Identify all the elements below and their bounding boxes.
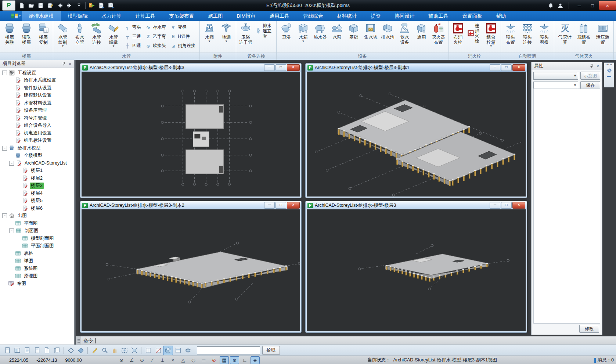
ribbon-button[interactable]: 喷头 连接 [519, 22, 536, 53]
child-window-titlebar[interactable]: P ArchiCAD-StoreyList-给排水-模型-楼层3-副本1 ─ □… [306, 64, 527, 72]
tree-item[interactable]: 给排水系统设置 [0, 77, 74, 84]
ribbon-small-button[interactable]: ┬ 三通 [125, 32, 141, 41]
tree-item[interactable]: 机电标注设置 [0, 137, 74, 145]
sheet-fold-button[interactable] [42, 346, 52, 355]
ribbon-button[interactable]: 地漏 ▼ [218, 22, 235, 53]
layout-sheet-button[interactable] [2, 346, 12, 355]
tree-expander[interactable]: − [2, 146, 7, 151]
gear-icon[interactable] [606, 68, 612, 75]
tree-item[interactable]: 详图 [0, 257, 74, 265]
ribbon-tab[interactable]: 给排水建模 [22, 11, 61, 21]
toolbar-more-icon[interactable] [74, 1, 84, 10]
point-snap-button[interactable]: ⊕ [230, 356, 239, 364]
drag-handle[interactable]: ••••• [605, 63, 612, 66]
diamond-filled-button[interactable] [76, 346, 86, 355]
save-icon[interactable] [36, 1, 46, 10]
midpoint-snap-button[interactable]: ◇ [189, 356, 198, 364]
window-restore-button[interactable]: □ [501, 64, 512, 71]
ribbon-button[interactable]: 泄压装置 [593, 22, 612, 53]
tree-item[interactable]: − ArchiCAD-StoreyList [0, 159, 74, 167]
zoom-extents-button[interactable] [129, 346, 139, 355]
zoom-window-button[interactable] [119, 346, 129, 355]
ribbon-tab[interactable]: 水力计算 [95, 11, 129, 21]
orbit-view-button[interactable] [183, 346, 193, 355]
pencil-draw-button[interactable] [90, 346, 100, 355]
tree-item[interactable]: 楼层4 [0, 190, 74, 197]
tree-item[interactable]: 组合设备导入 [0, 122, 74, 130]
ribbon-button[interactable]: 基础 [345, 22, 362, 53]
messages-indicator[interactable]: 消息：0 [594, 356, 614, 364]
forward-icon[interactable] [65, 1, 74, 10]
angle-snap-button[interactable]: ∠ [127, 356, 136, 364]
model-viewport[interactable] [307, 209, 526, 331]
pan-hand-button[interactable] [109, 346, 119, 355]
disable-snap-button[interactable]: ⊘ [209, 356, 219, 364]
schematic-button[interactable]: 示意图 [580, 72, 600, 80]
child-window-titlebar[interactable]: P ArchiCAD-StoreyList-给排水-模型-楼层3-副本2 ─ □… [80, 201, 301, 209]
ribbon-button[interactable]: 排水沟 [379, 22, 396, 53]
elevation-view-button[interactable] [173, 346, 183, 355]
ribbon-tab[interactable]: 支吊架布置 [162, 11, 201, 21]
gizmo-toggle-button[interactable]: ◈ [251, 356, 260, 364]
ribbon-button[interactable]: 通用 [413, 22, 430, 53]
ribbon-button[interactable]: 灭火器布置 [430, 22, 447, 53]
tree-item[interactable]: 楼层6 [0, 205, 74, 212]
save-as-icon[interactable] [46, 1, 55, 10]
drag-handle[interactable] [76, 336, 81, 345]
window-minimize-button[interactable]: ─ [490, 202, 500, 209]
tree-expander[interactable]: − [2, 213, 7, 218]
pin-icon[interactable] [61, 61, 66, 66]
property-category-select[interactable]: ▼ [533, 72, 578, 80]
slope-snap-button[interactable]: ∕ [148, 356, 157, 364]
ortho-toggle-button[interactable]: ∟ [240, 356, 249, 364]
report-export-icon[interactable] [97, 1, 106, 10]
tree-item[interactable]: 平面图 [0, 220, 74, 227]
tree-item[interactable]: 楼层2 [0, 174, 74, 182]
ribbon-tab[interactable]: BIM报审 [230, 11, 263, 21]
tree-item[interactable]: 系统图 [0, 265, 74, 273]
tree-item[interactable]: 机电通用设置 [0, 129, 74, 137]
ribbon-button[interactable]: 水箱 ▼ [295, 22, 311, 53]
minimize-button[interactable]: ─ [573, 1, 586, 10]
ribbon-tab[interactable]: 设置面板 [455, 11, 489, 21]
tree-item[interactable]: 符号库管理 [0, 114, 74, 122]
ribbon-tab[interactable]: 帮助 [489, 11, 513, 21]
ribbon-button[interactable]: 喷头 布置 [502, 22, 519, 53]
modify-button[interactable]: 修改 [579, 325, 599, 333]
window-close-button[interactable]: × [512, 202, 525, 209]
sheet-copy-button[interactable] [52, 346, 62, 355]
model-convert-icon[interactable] [87, 1, 97, 10]
pick-button[interactable]: 拾取 [262, 346, 280, 355]
ribbon-button[interactable]: 水管 连接 [88, 22, 105, 53]
save-button[interactable]: 保存 [580, 81, 600, 89]
ribbon-tab[interactable]: 通用工具 [263, 11, 296, 21]
ribbon-button[interactable]: 卫浴 [278, 22, 295, 53]
ribbon-button[interactable]: 水管 编辑 ▼ [105, 22, 122, 53]
tree-item[interactable]: 楼层1 [0, 167, 74, 175]
sheet-lines-2-button[interactable] [32, 346, 42, 355]
tree-item[interactable]: 水管材料设置 [0, 99, 74, 107]
tree-item[interactable]: 平面剖面图 [0, 242, 74, 250]
plan-view-button[interactable] [143, 346, 153, 355]
window-restore-button[interactable]: □ [275, 202, 286, 209]
ribbon-button[interactable]: 集水坑 [362, 22, 379, 53]
close-icon[interactable]: × [67, 61, 73, 66]
window-minimize-button[interactable]: ─ [264, 202, 275, 209]
tree-item[interactable]: − 给排水模型 [0, 144, 74, 152]
ribbon-tab[interactable]: 计算工具 [129, 11, 162, 21]
axon-view-button[interactable] [163, 346, 173, 355]
window-close-button[interactable]: × [512, 64, 525, 71]
back-icon[interactable] [55, 1, 65, 10]
ribbon-button[interactable]: 楼层 复制 [35, 22, 52, 53]
tree-item[interactable]: 模型剖面图 [0, 235, 74, 242]
parallel-snap-button[interactable]: ═ [199, 356, 208, 364]
child-window-titlebar[interactable]: P ArchiCAD-StoreyList-给排水-模型-楼层3-副本3 ─ □… [80, 64, 301, 72]
zoom-magnifier-button[interactable] [100, 346, 109, 355]
ribbon-button[interactable]: 水泵 [328, 22, 345, 53]
center-snap-button[interactable]: ⊙ [137, 356, 147, 364]
grid-toggle-button[interactable]: ▦ [220, 356, 229, 364]
property-type-select[interactable]: ▼ [533, 82, 578, 89]
batch-report-icon[interactable] [106, 1, 116, 10]
open-file-icon[interactable] [26, 1, 36, 10]
ribbon-tab[interactable]: 管线综合 [296, 11, 330, 21]
